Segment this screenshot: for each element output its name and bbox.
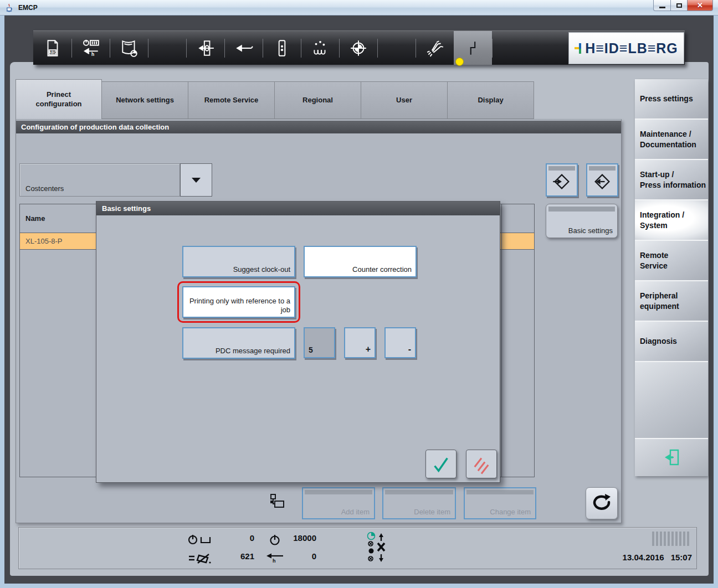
increment-button[interactable]: + (344, 327, 376, 358)
heidelberg-logo: H≡ID≡LB≡RG (568, 32, 684, 64)
svg-text:h: h (273, 558, 276, 564)
counter-correction-button[interactable]: Counter correction (304, 246, 417, 277)
main-menu-sidebar: Press settings Maintenance / Documentati… (635, 79, 708, 476)
chevron-down-icon (192, 178, 201, 183)
add-item-button[interactable]: Add item (302, 487, 375, 519)
status-value-1: 0 (211, 533, 254, 543)
toolbar-counter-button[interactable]: h (71, 31, 110, 65)
maximize-button[interactable] (671, 0, 688, 11)
settings-tab-bar: Prinect configuration Network settings R… (16, 79, 534, 119)
status-value-2: 18000 (280, 533, 316, 543)
toolbar-sheet-infeed-button[interactable] (186, 31, 224, 65)
counter-reset-icon: h (81, 39, 100, 58)
sidebar-item-peripheral-equipment[interactable]: Peripheral equipment (635, 281, 708, 322)
toolbar-register-button[interactable] (339, 31, 377, 65)
svg-text:h: h (91, 51, 94, 57)
refresh-button[interactable] (586, 487, 618, 519)
refresh-arrow-icon (591, 492, 613, 514)
pdc-message-required-button[interactable]: PDC message required (182, 327, 295, 359)
pdc-value-field: 5 (304, 327, 335, 358)
checkmark-icon (429, 452, 453, 476)
barcode-indicator (652, 532, 691, 546)
basic-settings-dialog: Basic settings Suggest clock-out Counter… (96, 201, 500, 483)
column-divider (501, 204, 502, 477)
sidebar-item-diagnosis[interactable]: Diagnosis (635, 322, 708, 362)
toolbar-empty-cell (148, 31, 186, 65)
tab-display[interactable]: Display (448, 81, 534, 119)
dampening-icon (311, 39, 330, 58)
plate-abc-icon: ABC (43, 39, 62, 58)
maximize-icon (676, 3, 682, 8)
sheet-infeed-icon (196, 39, 215, 58)
toolbar-powder-spray-button[interactable] (416, 31, 454, 65)
powder-spray-icon (425, 39, 444, 58)
diamond-arrow-out-icon (592, 172, 612, 192)
equal-sheet-icon (187, 552, 212, 565)
network-items-icon (269, 493, 286, 510)
tab-network-settings[interactable]: Network settings (102, 81, 188, 119)
exit-door-icon (661, 449, 681, 467)
exit-button[interactable] (635, 439, 708, 476)
tab-prinect-configuration[interactable]: Prinect configuration (16, 79, 102, 119)
toolbar-empty-cell (377, 31, 416, 65)
costcenters-dropdown-button[interactable] (180, 163, 212, 197)
main-toolbar: ABC h (33, 30, 685, 65)
notification-dot-icon (455, 58, 464, 66)
power-icon (269, 534, 280, 546)
section-header: Configuration of production data collect… (16, 121, 621, 133)
toolbar-selected-function-button[interactable] (454, 31, 492, 65)
status-datetime: 13.04.201615:07 (623, 553, 692, 562)
tab-regional[interactable]: Regional (275, 81, 361, 119)
close-button[interactable]: ✕ (688, 0, 713, 11)
basic-settings-button[interactable]: Basic settings (546, 204, 618, 238)
ok-button[interactable] (425, 450, 457, 478)
sidebar-item-integration-system[interactable]: Integration / System (635, 200, 708, 241)
import-settings-button[interactable] (546, 163, 578, 197)
change-item-button[interactable]: Change item (464, 487, 536, 519)
delete-item-button[interactable]: Delete item (382, 487, 456, 519)
sidebar-item-maintenance-documentation[interactable]: Maintenance / Documentation (635, 120, 708, 160)
status-time: 15:07 (671, 553, 692, 562)
toolbar-separator (492, 39, 493, 58)
cancel-button[interactable] (466, 450, 497, 478)
costcenters-select[interactable]: Costcenters (19, 163, 180, 197)
minimize-icon (659, 7, 665, 8)
status-bar: 0 18000 621 h 0 13.04.201615:07 (18, 527, 697, 569)
printing-only-with-job-button[interactable]: Printing only with reference to a job (182, 286, 295, 318)
cancel-slashes-icon (470, 452, 493, 476)
sidebar-item-press-settings[interactable]: Press settings (635, 79, 708, 120)
close-icon: ✕ (697, 1, 703, 9)
toolbar-unit-button[interactable] (263, 31, 301, 65)
power-tray-icon (188, 534, 212, 546)
window-titlebar: EMCP (0, 0, 718, 16)
register-icon (349, 39, 368, 58)
toolbar-arrow-left-button[interactable] (224, 31, 263, 65)
toolbar-job-sheet-button[interactable] (110, 31, 148, 65)
tab-user[interactable]: User (361, 81, 448, 119)
status-value-4: 0 (280, 551, 316, 561)
register-status-icon (366, 531, 389, 564)
heidelberg-logo-mark-icon (575, 42, 583, 54)
tab-remote-service[interactable]: Remote Service (188, 81, 275, 119)
arrow-left-icon (234, 39, 253, 58)
sheet-clock-icon (120, 39, 139, 58)
hook-step-icon (464, 39, 483, 58)
minimize-button[interactable] (653, 0, 671, 11)
door-dots-icon (273, 39, 291, 58)
status-date: 13.04.2016 (623, 553, 664, 562)
toolbar-plate-abc-button[interactable]: ABC (33, 31, 71, 65)
suggest-clock-out-button[interactable]: Suggest clock-out (182, 246, 295, 277)
decrement-button[interactable]: - (384, 327, 416, 358)
status-value-3: 621 (211, 551, 254, 561)
dialog-title: Basic settings (96, 202, 500, 215)
java-app-icon (4, 3, 14, 12)
toolbar-dampening-button[interactable] (301, 31, 339, 65)
window-title: EMCP (18, 4, 38, 12)
sidebar-item-remote-service[interactable]: Remote Service (635, 241, 708, 281)
sidebar-item-startup-press-information[interactable]: Start-up / Press information (635, 160, 708, 200)
export-settings-button[interactable] (586, 163, 618, 197)
sidebar-empty-section (635, 362, 708, 439)
svg-text:ABC: ABC (48, 50, 57, 54)
diamond-arrow-in-icon (552, 172, 572, 192)
heidelberg-logo-text: H≡ID≡LB≡RG (585, 40, 678, 56)
